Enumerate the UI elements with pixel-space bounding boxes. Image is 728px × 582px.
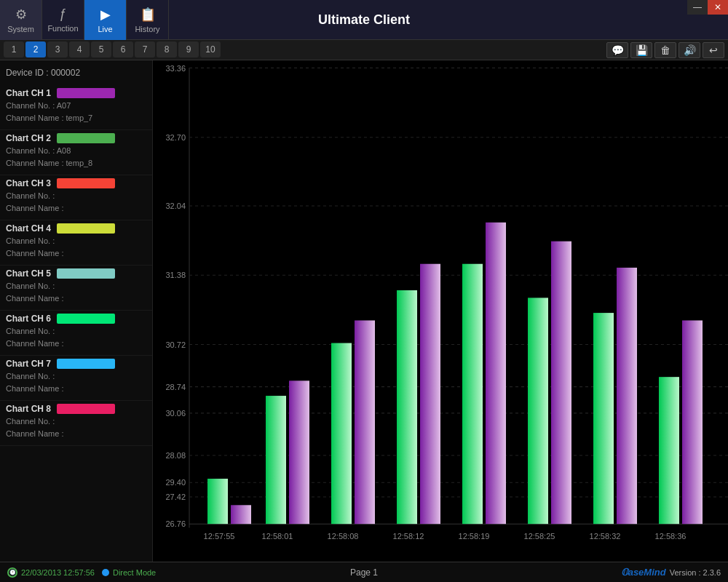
clock-icon: 🕐 — [7, 567, 17, 578]
channel-1: Chart CH 1 Channel No. : A07Channel Name… — [0, 85, 152, 130]
undo-button[interactable]: ↩ — [703, 42, 724, 58]
chart-svg: 33.36 32.70 32.04 31.38 30.72 30.06 29.4… — [153, 60, 728, 562]
mode-label: Direct Mode — [113, 568, 156, 577]
page-tabs: 1 2 3 4 5 6 7 8 9 10 — [0, 40, 606, 60]
svg-rect-33 — [486, 223, 506, 524]
ch1-info: Channel No. : A07Channel Name : temp_7 — [6, 100, 146, 124]
ch7-color — [57, 359, 115, 369]
tab-live-label: Live — [98, 25, 112, 33]
svg-text:12:58:19: 12:58:19 — [459, 532, 490, 541]
svg-rect-39 — [682, 320, 703, 524]
svg-rect-35 — [551, 242, 571, 525]
brand-logo: 𝕆aseMind — [621, 567, 666, 578]
svg-rect-32 — [462, 264, 483, 524]
svg-text:30.72: 30.72 — [166, 340, 186, 349]
svg-text:31.38: 31.38 — [166, 271, 186, 279]
ch2-info: Channel No. : A08Channel Name : temp_8 — [6, 145, 146, 169]
svg-rect-38 — [659, 377, 679, 524]
ch8-color — [57, 404, 115, 414]
status-brand: 𝕆aseMind Version : 2.3.6 — [621, 567, 721, 578]
svg-rect-34 — [528, 298, 548, 524]
save-button[interactable]: 💾 — [630, 42, 652, 58]
svg-text:12:58:12: 12:58:12 — [393, 532, 424, 541]
function-icon: ƒ — [59, 7, 66, 22]
page-tab-3[interactable]: 3 — [47, 41, 68, 57]
delete-button[interactable]: 🗑 — [654, 42, 676, 58]
mode-dot — [102, 569, 109, 576]
channel-2: Chart CH 2 Channel No. : A08Channel Name… — [0, 130, 152, 175]
svg-text:12:58:08: 12:58:08 — [328, 532, 359, 541]
ch1-label: Chart CH 1 — [6, 88, 51, 98]
tab-history[interactable]: 📋 History — [127, 0, 169, 40]
version-label: Version : 2.3.6 — [670, 568, 721, 577]
ch6-info: Channel No. :Channel Name : — [6, 325, 146, 349]
comment-button[interactable]: 💬 — [606, 42, 628, 58]
ch8-info: Channel No. :Channel Name : — [6, 415, 146, 439]
svg-rect-31 — [420, 264, 440, 524]
ch2-label: Chart CH 2 — [6, 133, 51, 143]
page-tab-7[interactable]: 7 — [135, 41, 155, 57]
ch3-color — [57, 178, 115, 188]
channel-5: Chart CH 5 Channel No. :Channel Name : — [0, 266, 152, 311]
app-title: Ultimate Client — [318, 12, 410, 28]
page-tab-1[interactable]: 1 — [4, 41, 24, 57]
svg-text:28.74: 28.74 — [166, 383, 186, 391]
status-page: Page 1 — [350, 567, 378, 578]
nav-tabs: ⚙ System ƒ Function ▶ Live 📋 History — [0, 0, 169, 40]
live-icon: ▶ — [100, 7, 111, 23]
page-tab-5[interactable]: 5 — [91, 41, 111, 57]
svg-rect-30 — [397, 290, 417, 524]
ch7-label: Chart CH 7 — [6, 359, 51, 369]
ch3-label: Chart CH 3 — [6, 178, 51, 188]
svg-rect-29 — [355, 320, 375, 524]
chart-area: 33.36 32.70 32.04 31.38 30.72 30.06 29.4… — [153, 60, 728, 562]
channel-4: Chart CH 4 Channel No. :Channel Name : — [0, 220, 152, 266]
svg-rect-24 — [207, 479, 228, 524]
tab-history-label: History — [135, 25, 159, 33]
ch6-label: Chart CH 6 — [6, 314, 51, 324]
status-mode: Direct Mode — [102, 568, 156, 577]
ch4-info: Channel No. :Channel Name : — [6, 235, 146, 259]
svg-text:32.04: 32.04 — [166, 202, 186, 210]
svg-rect-28 — [331, 343, 352, 525]
ch7-info: Channel No. :Channel Name : — [6, 370, 146, 394]
close-button[interactable]: ✕ — [708, 0, 728, 15]
titlebar: ⚙ System ƒ Function ▶ Live 📋 History Ult… — [0, 0, 728, 40]
page-tab-2[interactable]: 2 — [25, 41, 46, 57]
ch8-label: Chart CH 8 — [6, 404, 51, 414]
page-tab-10[interactable]: 10 — [200, 41, 221, 57]
svg-text:12:58:36: 12:58:36 — [655, 532, 687, 541]
page-tab-4[interactable]: 4 — [69, 41, 90, 57]
channel-7: Chart CH 7 Channel No. :Channel Name : — [0, 356, 152, 401]
tab-system[interactable]: ⚙ System — [0, 0, 42, 40]
datetime-label: 22/03/2013 12:57:56 — [21, 568, 95, 577]
ch5-label: Chart CH 5 — [6, 268, 51, 279]
tab-function[interactable]: ƒ Function — [42, 0, 84, 40]
svg-text:12:58:01: 12:58:01 — [262, 532, 293, 541]
window-controls: — ✕ — [687, 0, 728, 15]
svg-text:12:58:25: 12:58:25 — [524, 532, 555, 541]
svg-text:32.70: 32.70 — [166, 133, 186, 142]
svg-text:33.36: 33.36 — [166, 63, 186, 72]
tab-system-label: System — [7, 25, 34, 33]
svg-rect-36 — [593, 313, 614, 524]
svg-rect-37 — [617, 268, 637, 524]
minimize-button[interactable]: — — [687, 0, 708, 15]
ch6-color — [57, 314, 115, 324]
ch5-info: Channel No. :Channel Name : — [6, 280, 146, 304]
svg-text:12:58:32: 12:58:32 — [590, 532, 621, 541]
page-tab-8[interactable]: 8 — [157, 41, 177, 57]
main-content: Device ID : 000002 Chart CH 1 Channel No… — [0, 60, 728, 562]
statusbar: 🕐 22/03/2013 12:57:56 Direct Mode Page 1… — [0, 562, 728, 582]
page-tab-6[interactable]: 6 — [113, 41, 133, 57]
ch4-color — [57, 223, 115, 234]
channel-3: Chart CH 3 Channel No. :Channel Name : — [0, 175, 152, 220]
ch4-label: Chart CH 4 — [6, 223, 51, 234]
channel-8: Chart CH 8 Channel No. :Channel Name : — [0, 401, 152, 446]
svg-text:12:57:55: 12:57:55 — [204, 532, 235, 541]
tab-live[interactable]: ▶ Live — [84, 0, 127, 40]
svg-text:30.06: 30.06 — [166, 409, 186, 418]
sound-button[interactable]: 🔊 — [678, 42, 700, 58]
history-icon: 📋 — [140, 7, 156, 23]
page-tab-9[interactable]: 9 — [178, 41, 199, 57]
